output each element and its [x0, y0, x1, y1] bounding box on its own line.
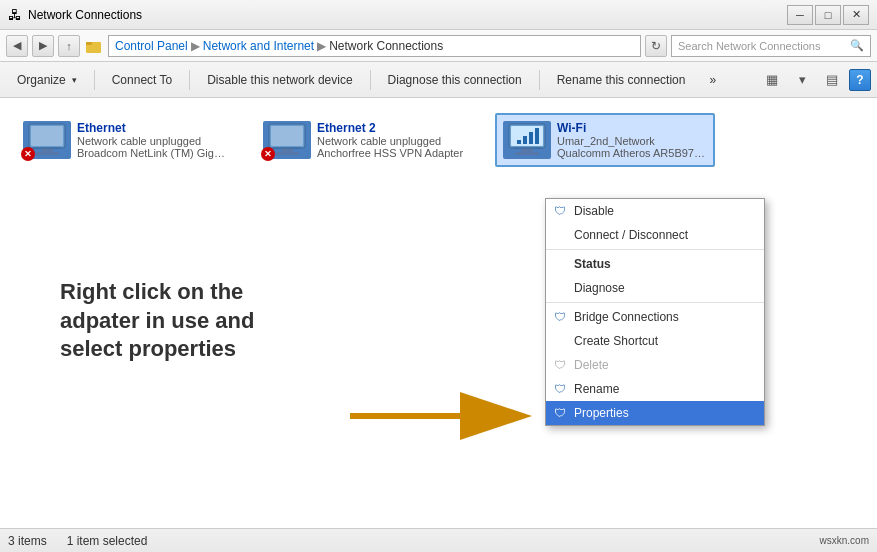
ctx-shortcut[interactable]: Create Shortcut — [546, 329, 764, 353]
window-title: Network Connections — [28, 8, 142, 22]
toolbar-separator-2 — [189, 70, 190, 90]
network-item-wifi[interactable]: Wi-Fi Umar_2nd_Network Qualcomm Atheros … — [495, 113, 715, 167]
search-icon: 🔍 — [850, 39, 864, 52]
svg-rect-4 — [41, 148, 53, 152]
svg-rect-8 — [271, 126, 303, 146]
breadcrumb[interactable]: Control Panel ▶ Network and Internet ▶ N… — [108, 35, 641, 57]
ethernet2-icon-wrap: ✕ — [263, 121, 311, 159]
wifi-icon-wrap — [503, 121, 551, 159]
context-menu: 🛡 Disable Connect / Disconnect Status Di… — [545, 198, 765, 426]
svg-rect-10 — [275, 152, 299, 155]
wifi-status: Umar_2nd_Network — [557, 135, 707, 147]
search-box[interactable]: Search Network Connections 🔍 — [671, 35, 871, 57]
layout-button[interactable]: ▤ — [819, 67, 845, 93]
toolbar-separator-3 — [370, 70, 371, 90]
network-item-ethernet[interactable]: ✕ Ethernet Network cable unplugged Broad… — [15, 113, 235, 167]
error-badge-ethernet2: ✕ — [261, 147, 275, 161]
toolbar-separator-4 — [539, 70, 540, 90]
wifi-name: Wi-Fi — [557, 121, 707, 135]
ethernet2-info: Ethernet 2 Network cable unplugged Ancho… — [317, 121, 467, 159]
annotation-text: Right click on the adpater in use and se… — [60, 278, 360, 364]
status-bar: 3 items 1 item selected wsxkn.com — [0, 528, 877, 552]
ctx-diagnose[interactable]: Diagnose — [546, 276, 764, 300]
wifi-adapter: Qualcomm Atheros AR5B97 Wirel... — [557, 147, 707, 159]
help-button[interactable]: ? — [849, 69, 871, 91]
svg-rect-18 — [521, 148, 533, 152]
ctx-sep-2 — [546, 302, 764, 303]
svg-rect-5 — [35, 152, 59, 155]
ctx-shield-icon-disable: 🛡 — [554, 204, 566, 218]
ctx-connect[interactable]: Connect / Disconnect — [546, 223, 764, 247]
ctx-bridge[interactable]: 🛡 Bridge Connections — [546, 305, 764, 329]
error-badge-ethernet: ✕ — [21, 147, 35, 161]
disable-network-button[interactable]: Disable this network device — [196, 66, 363, 94]
breadcrumb-current: Network Connections — [329, 39, 443, 53]
search-placeholder: Search Network Connections — [678, 40, 820, 52]
file-area: ✕ Ethernet Network cable unplugged Broad… — [0, 98, 877, 528]
view-arrow-button[interactable]: ▾ — [789, 67, 815, 93]
refresh-button[interactable]: ↻ — [645, 35, 667, 57]
diagnose-button[interactable]: Diagnose this connection — [377, 66, 533, 94]
minimize-button[interactable]: ─ — [787, 5, 813, 25]
ctx-properties[interactable]: 🛡 Properties — [546, 401, 764, 425]
ethernet2-name: Ethernet 2 — [317, 121, 467, 135]
up-button[interactable]: ↑ — [58, 35, 80, 57]
toolbar-right: ▦ ▾ ▤ ? — [759, 67, 871, 93]
close-button[interactable]: ✕ — [843, 5, 869, 25]
ethernet2-status: Network cable unplugged — [317, 135, 467, 147]
ctx-disable[interactable]: 🛡 Disable — [546, 199, 764, 223]
status-items: 3 items — [8, 534, 47, 548]
svg-rect-9 — [281, 148, 293, 152]
ctx-shield-icon-bridge: 🛡 — [554, 310, 566, 324]
rename-button[interactable]: Rename this connection — [546, 66, 697, 94]
toolbar: Organize Connect To Disable this network… — [0, 62, 877, 98]
svg-rect-1 — [86, 42, 92, 45]
breadcrumb-control-panel[interactable]: Control Panel — [115, 39, 188, 53]
ctx-shield-icon-properties: 🛡 — [554, 406, 566, 420]
app-icon: 🖧 — [8, 7, 22, 23]
maximize-button[interactable]: □ — [815, 5, 841, 25]
svg-rect-19 — [515, 152, 539, 155]
ethernet-status: Network cable unplugged — [77, 135, 227, 147]
ethernet-info: Ethernet Network cable unplugged Broadco… — [77, 121, 227, 159]
title-bar-left: 🖧 Network Connections — [8, 7, 142, 23]
ethernet-adapter: Broadcom NetLink (TM) Gigabit E... — [77, 147, 227, 159]
ethernet2-adapter: Anchorfree HSS VPN Adapter — [317, 147, 467, 159]
status-selected: 1 item selected — [67, 534, 148, 548]
main-content: ✕ Ethernet Network cable unplugged Broad… — [0, 98, 877, 528]
svg-rect-17 — [535, 128, 539, 144]
svg-rect-16 — [529, 132, 533, 144]
ctx-shield-icon-rename: 🛡 — [554, 382, 566, 396]
svg-rect-15 — [523, 136, 527, 144]
organize-button[interactable]: Organize — [6, 66, 88, 94]
network-items-container: ✕ Ethernet Network cable unplugged Broad… — [10, 108, 867, 172]
arrow-container — [340, 388, 540, 438]
status-bar-right: wsxkn.com — [820, 535, 869, 546]
folder-icon — [84, 36, 104, 56]
ctx-rename[interactable]: 🛡 Rename — [546, 377, 764, 401]
ctx-shield-icon-delete: 🛡 — [554, 358, 566, 372]
ctx-sep-1 — [546, 249, 764, 250]
svg-rect-3 — [31, 126, 63, 146]
toolbar-separator-1 — [94, 70, 95, 90]
title-bar-controls: ─ □ ✕ — [787, 5, 869, 25]
network-item-ethernet2[interactable]: ✕ Ethernet 2 Network cable unplugged Anc… — [255, 113, 475, 167]
ctx-status[interactable]: Status — [546, 252, 764, 276]
title-bar: 🖧 Network Connections ─ □ ✕ — [0, 0, 877, 30]
breadcrumb-network-internet[interactable]: Network and Internet — [203, 39, 314, 53]
address-bar: ◀ ▶ ↑ Control Panel ▶ Network and Intern… — [0, 30, 877, 62]
more-button[interactable]: » — [698, 66, 727, 94]
ethernet-name: Ethernet — [77, 121, 227, 135]
wifi-icon — [503, 121, 551, 159]
back-button[interactable]: ◀ — [6, 35, 28, 57]
ethernet-icon-wrap: ✕ — [23, 121, 71, 159]
forward-button[interactable]: ▶ — [32, 35, 54, 57]
branding: wsxkn.com — [820, 535, 869, 546]
view-icon-button[interactable]: ▦ — [759, 67, 785, 93]
connect-to-button[interactable]: Connect To — [101, 66, 184, 94]
wifi-info: Wi-Fi Umar_2nd_Network Qualcomm Atheros … — [557, 121, 707, 159]
ctx-delete[interactable]: 🛡 Delete — [546, 353, 764, 377]
svg-rect-14 — [517, 140, 521, 144]
